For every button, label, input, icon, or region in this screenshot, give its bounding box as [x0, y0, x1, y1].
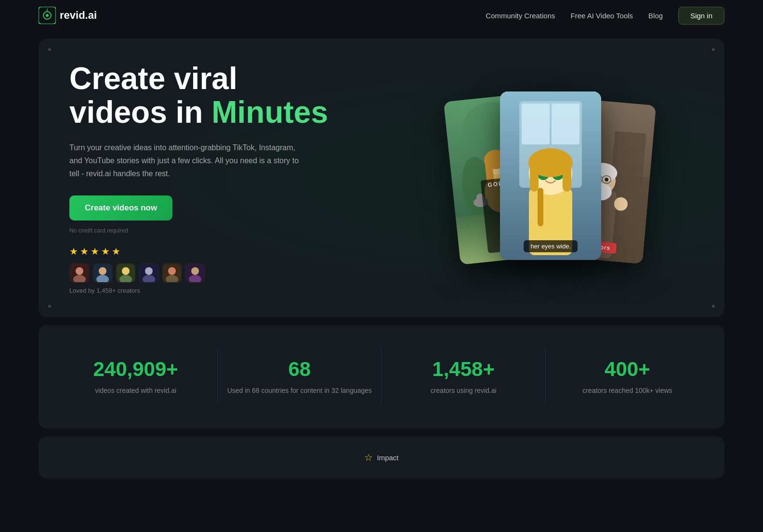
corner-dot-bl	[48, 305, 51, 308]
impact-star-icon: ☆	[364, 452, 373, 463]
logo[interactable]: revid.ai	[39, 7, 97, 24]
logo-icon	[39, 7, 56, 24]
stat-views-label: creators reached 100k+ views	[582, 387, 672, 394]
stat-countries-label: Used in 68 countries for content in 32 l…	[227, 387, 372, 394]
hero-title: Create viral videos in Minutes	[69, 62, 413, 130]
create-videos-button[interactable]: Create videos now	[69, 195, 172, 221]
nav-community-creations[interactable]: Community Creations	[486, 12, 555, 20]
svg-rect-40	[530, 163, 539, 192]
stat-creators: 1,458+ creators using revid.ai	[382, 348, 546, 405]
nav-free-ai-tools[interactable]: Free AI Video Tools	[571, 12, 633, 20]
stat-videos: 240,909+ videos created with revid.ai	[54, 348, 218, 405]
stat-videos-label: videos created with revid.ai	[95, 387, 176, 394]
svg-rect-42	[538, 188, 543, 226]
card-2-subtitle: her eyes wide.	[524, 240, 578, 252]
hero-title-line1: Create viral	[69, 61, 237, 96]
hero-subtitle: Turn your creative ideas into attention-…	[69, 141, 301, 181]
avatar-2	[92, 263, 113, 283]
star-5: ★	[112, 246, 120, 257]
avatar-4	[139, 263, 159, 283]
svg-point-11	[143, 275, 155, 282]
svg-rect-41	[563, 163, 571, 192]
hero-visual: GOLDEN	[413, 77, 694, 279]
nav-links: Community Creations Free AI Video Tools …	[486, 7, 724, 25]
svg-point-14	[191, 267, 199, 275]
impact-section: ☆ Impact	[39, 436, 724, 479]
avatars-row	[69, 263, 413, 283]
no-credit-card-text: No credit card required	[69, 227, 413, 234]
star-4: ★	[101, 246, 110, 257]
corner-dot-tl	[48, 48, 51, 51]
stat-views: 400+ creators reached 100k+ views	[546, 348, 709, 405]
hero-section: Create viral videos in Minutes Turn your…	[39, 39, 724, 317]
stat-countries-number: 68	[225, 358, 373, 381]
stat-countries: 68 Used in 68 countries for content in 3…	[218, 348, 382, 405]
avatar-1	[69, 263, 90, 283]
svg-point-8	[122, 267, 130, 275]
stat-creators-number: 1,458+	[390, 358, 538, 381]
hero-title-line2: videos in	[69, 95, 211, 130]
svg-point-9	[119, 275, 132, 282]
navbar: revid.ai Community Creations Free AI Vid…	[0, 0, 763, 31]
svg-point-7	[96, 275, 109, 282]
nav-blog[interactable]: Blog	[648, 12, 663, 20]
hero-content: Create viral videos in Minutes Turn your…	[69, 62, 413, 294]
svg-point-2	[46, 14, 49, 17]
stat-videos-number: 240,909+	[62, 358, 210, 381]
sign-in-button[interactable]: Sign in	[678, 7, 724, 25]
loved-text: Loved by 1,458+ creators	[69, 287, 413, 294]
svg-point-5	[73, 275, 86, 282]
svg-point-12	[168, 267, 176, 275]
impact-label: Impact	[377, 454, 398, 462]
stat-views-number: 400+	[553, 358, 701, 381]
svg-rect-30	[552, 104, 579, 144]
svg-point-13	[166, 275, 178, 282]
corner-dot-br	[712, 305, 715, 308]
star-2: ★	[80, 246, 89, 257]
svg-rect-29	[522, 104, 550, 144]
hero-title-accent: Minutes	[211, 95, 328, 130]
svg-point-10	[145, 267, 153, 275]
stats-section: 240,909+ videos created with revid.ai 68…	[39, 325, 724, 428]
star-1: ★	[69, 246, 78, 257]
stars-row: ★ ★ ★ ★ ★	[69, 246, 413, 257]
svg-point-15	[189, 275, 201, 282]
video-card-2: her eyes wide.	[500, 91, 601, 260]
avatar-5	[162, 263, 182, 283]
star-3: ★	[91, 246, 99, 257]
logo-text: revid.ai	[60, 9, 97, 22]
svg-point-4	[76, 267, 83, 275]
video-cards: GOLDEN	[452, 87, 654, 270]
impact-inner: ☆ Impact	[364, 452, 398, 463]
avatar-6	[185, 263, 205, 283]
svg-point-6	[99, 267, 106, 275]
avatar-3	[116, 263, 136, 283]
stat-creators-label: creators using revid.ai	[431, 387, 497, 394]
svg-rect-46	[610, 131, 646, 191]
corner-dot-tr	[712, 48, 715, 51]
